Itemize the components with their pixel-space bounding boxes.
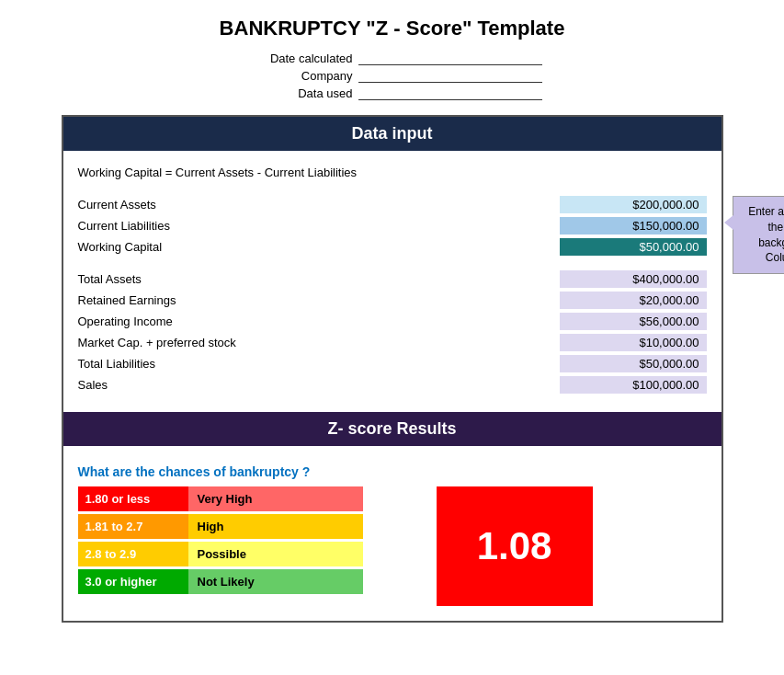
company-label: Company bbox=[243, 69, 353, 83]
data-row: Current Assets $200,000.00 bbox=[78, 196, 707, 213]
results-content: 1.80 or less Very High 1.81 to 2.7 High … bbox=[78, 486, 707, 606]
data-row: Retained Earnings $20,000.00 bbox=[78, 292, 707, 309]
data-input-header: Data input bbox=[63, 117, 722, 151]
row-label: Working Capital bbox=[78, 240, 560, 254]
row-label: Operating Income bbox=[78, 315, 560, 328]
row-label: Market Cap. + preferred stock bbox=[78, 336, 560, 349]
risk-range: 1.80 or less bbox=[78, 486, 188, 511]
z-score-value: 1.08 bbox=[477, 524, 552, 568]
bankruptcy-question: What are the chances of bankruptcy ? bbox=[78, 464, 707, 479]
row-value[interactable]: $10,000.00 bbox=[560, 334, 707, 351]
risk-row: 1.80 or less Very High bbox=[78, 486, 363, 511]
row-label: Retained Earnings bbox=[78, 293, 560, 307]
risk-row: 2.8 to 2.9 Possible bbox=[78, 542, 363, 566]
risk-row: 3.0 or higher Not Likely bbox=[78, 569, 363, 594]
date-line bbox=[358, 52, 542, 65]
company-line bbox=[358, 70, 542, 83]
risk-level-label: Not Likely bbox=[188, 569, 363, 594]
results-header: Z- score Results bbox=[63, 412, 722, 446]
data-rows-top: Current Assets $200,000.00 Current Liabi… bbox=[78, 196, 707, 256]
row-label: Current Assets bbox=[78, 198, 560, 212]
row-value[interactable]: $50,000.00 bbox=[560, 355, 707, 372]
data-row: Sales $100,000.00 bbox=[78, 376, 707, 394]
data-rows-bottom: Total Assets $400,000.00 Retained Earnin… bbox=[78, 270, 707, 394]
data-row: Market Cap. + preferred stock $10,000.00 bbox=[78, 334, 707, 351]
risk-range: 1.81 to 2.7 bbox=[78, 514, 188, 539]
page-title: BANKRUPTCY "Z - Score" Template bbox=[9, 17, 775, 40]
data-row: Current Liabilities $150,000.00 bbox=[78, 217, 707, 235]
row-label: Total Liabilities bbox=[78, 357, 560, 371]
row-value[interactable]: $200,000.00 bbox=[560, 196, 707, 213]
results-section: What are the chances of bankruptcy ? 1.8… bbox=[63, 446, 722, 621]
row-value[interactable]: $50,000.00 bbox=[560, 238, 707, 256]
row-value[interactable]: $400,000.00 bbox=[560, 270, 707, 288]
data-row: Total Liabilities $50,000.00 bbox=[78, 355, 707, 372]
row-label: Current Liabilities bbox=[78, 219, 560, 233]
data-used-line bbox=[358, 87, 542, 100]
data-input-section: Working Capital = Current Assets - Curre… bbox=[63, 151, 722, 412]
row-value[interactable]: $150,000.00 bbox=[560, 217, 707, 235]
z-score-box: 1.08 bbox=[437, 486, 593, 606]
main-container: Data input Working Capital = Current Ass… bbox=[62, 115, 723, 623]
data-row: Total Assets $400,000.00 bbox=[78, 270, 707, 288]
row-value[interactable]: $56,000.00 bbox=[560, 313, 707, 330]
data-row: Operating Income $56,000.00 bbox=[78, 313, 707, 330]
risk-row: 1.81 to 2.7 High bbox=[78, 514, 363, 539]
meta-section: Date calculated Company Data used bbox=[9, 51, 775, 100]
data-row: Working Capital $50,000.00 bbox=[78, 238, 707, 256]
risk-table: 1.80 or less Very High 1.81 to 2.7 High … bbox=[78, 486, 363, 597]
data-used-label: Data used bbox=[243, 86, 353, 100]
row-label: Total Assets bbox=[78, 272, 560, 286]
row-value[interactable]: $20,000.00 bbox=[560, 292, 707, 309]
tooltip-bubble: Enter amount in the light background Col… bbox=[733, 196, 785, 274]
working-capital-formula: Working Capital = Current Assets - Curre… bbox=[78, 166, 707, 179]
row-label: Sales bbox=[78, 378, 560, 392]
risk-level-label: Very High bbox=[188, 486, 363, 511]
risk-range: 2.8 to 2.9 bbox=[78, 542, 188, 566]
row-value[interactable]: $100,000.00 bbox=[560, 376, 707, 394]
risk-range: 3.0 or higher bbox=[78, 569, 188, 594]
date-label: Date calculated bbox=[243, 51, 353, 65]
risk-level-label: High bbox=[188, 514, 363, 539]
risk-level-label: Possible bbox=[188, 542, 363, 566]
